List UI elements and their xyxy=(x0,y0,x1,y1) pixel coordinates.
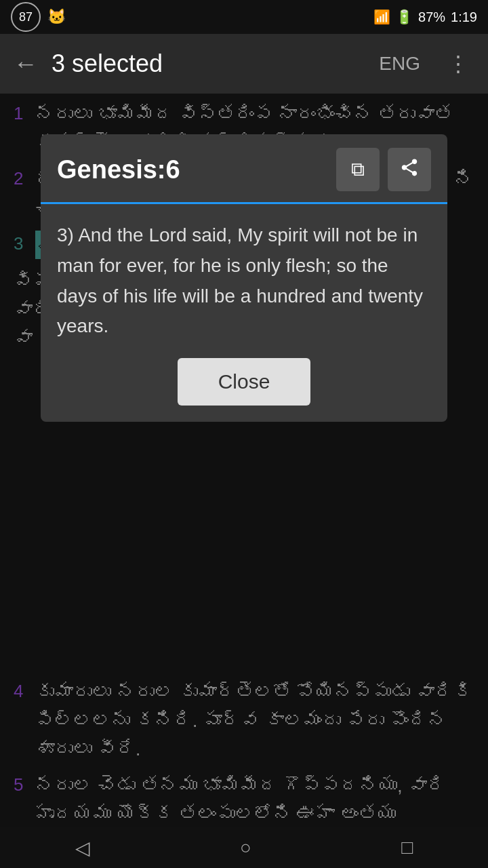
dialog-action-icons: ⧉ xyxy=(336,148,431,191)
dialog-title: Genesis:6 xyxy=(57,151,180,189)
share-button[interactable] xyxy=(388,148,431,191)
copy-icon: ⧉ xyxy=(351,159,365,181)
nav-back-button[interactable]: ◁ xyxy=(62,831,104,865)
page-title: 3 selected xyxy=(52,50,357,78)
cat-icon: 🐱 xyxy=(47,8,66,26)
bottom-nav: ◁ ○ □ xyxy=(0,827,488,868)
signal-icon: 📶 xyxy=(373,9,390,25)
status-bar: 87 🐱 📶 🔋 87% 1:19 xyxy=(0,0,488,34)
dialog-body: 3) And the Lord said, My spirit will not… xyxy=(41,204,447,358)
more-options-button[interactable]: ⋮ xyxy=(442,45,474,82)
battery-percent: 87% xyxy=(418,9,445,25)
language-button[interactable]: ENG xyxy=(371,47,428,80)
time: 1:19 xyxy=(451,9,477,25)
content-area: 1 నరులు భూమిమీద విస్తరింప నారంభించిన తరు… xyxy=(0,94,488,827)
dialog-overlay: Genesis:6 ⧉ 3) And the Lord said, xyxy=(0,94,488,827)
dialog-header: Genesis:6 ⧉ xyxy=(41,134,447,191)
dialog: Genesis:6 ⧉ 3) And the Lord said, xyxy=(41,134,447,422)
copy-button[interactable]: ⧉ xyxy=(336,148,380,191)
status-right: 📶 🔋 87% 1:19 xyxy=(373,9,477,25)
nav-recents-button[interactable]: □ xyxy=(388,831,426,864)
close-button[interactable]: Close xyxy=(178,358,311,406)
battery-icon: 🔋 xyxy=(396,9,413,25)
badge-icon: 87 xyxy=(11,2,41,32)
share-icon xyxy=(399,157,420,182)
dialog-footer: Close xyxy=(41,358,447,422)
app-bar: ← 3 selected ENG ⋮ xyxy=(0,34,488,94)
status-left: 87 🐱 xyxy=(11,2,66,32)
nav-home-button[interactable]: ○ xyxy=(226,831,265,864)
back-button[interactable]: ← xyxy=(14,50,38,78)
